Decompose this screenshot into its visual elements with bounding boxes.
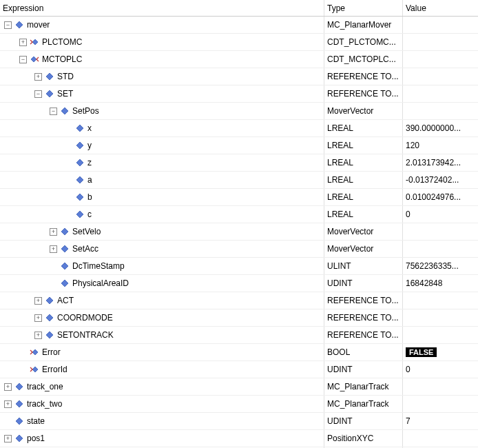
svg-marker-17	[46, 314, 53, 321]
svg-marker-13	[61, 245, 68, 252]
svg-marker-12	[61, 228, 68, 235]
expand-icon[interactable]: +	[4, 435, 12, 442]
table-row[interactable]: −moverMC_PlanarMover	[0, 17, 478, 34]
expression-cell: z	[0, 154, 324, 171]
table-row[interactable]: +STDREFERENCE TO...	[0, 68, 478, 85]
struct-diamond-icon	[14, 434, 24, 443]
svg-marker-11	[76, 211, 83, 218]
io-out-icon	[30, 37, 39, 47]
svg-marker-20	[32, 367, 38, 372]
svg-marker-6	[76, 125, 83, 132]
collapse-icon[interactable]: −	[19, 56, 27, 63]
table-row[interactable]: bLREAL0.010024976...	[0, 189, 478, 206]
type-cell: BOOL	[324, 344, 402, 360]
row-name: b	[87, 192, 92, 202]
header-expression[interactable]: Expression	[0, 0, 324, 16]
expand-icon[interactable]: +	[19, 39, 27, 46]
expression-cell: DcTimeStamp	[0, 258, 324, 274]
expand-icon[interactable]: +	[50, 245, 57, 253]
expression-cell: Error	[0, 344, 324, 360]
expand-icon[interactable]: +	[4, 383, 12, 391]
value-cell	[402, 103, 478, 119]
type-cell: REFERENCE TO...	[324, 309, 402, 326]
expand-icon[interactable]: +	[34, 314, 42, 322]
row-name: mover	[27, 20, 50, 30]
table-row[interactable]: ErrorIdUDINT0	[0, 361, 478, 378]
collapse-icon[interactable]: −	[34, 90, 42, 98]
svg-marker-22	[16, 400, 23, 407]
value-cell: 7562236335...	[402, 258, 478, 274]
table-row[interactable]: stateUDINT7	[0, 413, 478, 430]
table-row[interactable]: aLREAL-0.01372402...	[0, 172, 478, 189]
table-row[interactable]: +track_twoMC_PlanarTrack	[0, 396, 478, 413]
value-cell	[402, 223, 478, 240]
expand-icon[interactable]: +	[34, 332, 42, 339]
table-row[interactable]: −MCTOPLCCDT_MCTOPLC...	[0, 51, 478, 68]
table-row[interactable]: −SetPosMoverVector	[0, 103, 478, 120]
expand-icon[interactable]: +	[34, 297, 42, 305]
expression-cell: x	[0, 120, 324, 136]
expression-cell: −SetPos	[0, 103, 324, 119]
svg-marker-8	[76, 159, 83, 166]
row-name: x	[87, 123, 92, 133]
type-cell: LREAL	[324, 189, 402, 205]
table-row[interactable]: PhysicalAreaIDUDINT16842848	[0, 275, 478, 292]
svg-marker-10	[76, 194, 83, 201]
table-row[interactable]: −SETREFERENCE TO...	[0, 85, 478, 103]
struct-diamond-icon	[14, 20, 24, 30]
type-cell: MoverVector	[324, 223, 402, 240]
table-row[interactable]: DcTimeStampULINT7562236335...	[0, 258, 478, 275]
table-row[interactable]: +SetVeloMoverVector	[0, 223, 478, 241]
type-cell: LREAL	[324, 206, 402, 223]
collapse-icon[interactable]: −	[4, 21, 12, 29]
expression-cell: +track_two	[0, 396, 324, 412]
svg-marker-21	[16, 383, 23, 390]
value-cell	[402, 309, 478, 326]
toggle-spacer	[50, 280, 57, 287]
expand-icon[interactable]: +	[50, 228, 57, 236]
io-in-icon	[30, 54, 39, 64]
table-row[interactable]: +SETONTRACKREFERENCE TO...	[0, 327, 478, 344]
type-cell: UDINT	[324, 413, 402, 429]
table-row[interactable]: ErrorBOOLFALSE	[0, 344, 478, 361]
table-row[interactable]: +ACTREFERENCE TO...	[0, 292, 478, 309]
table-row[interactable]: +COORDMODEREFERENCE TO...	[0, 309, 478, 327]
value-cell	[402, 241, 478, 257]
table-row[interactable]: cLREAL0	[0, 206, 478, 223]
value-cell: -0.01372402...	[402, 172, 478, 188]
io-out-icon	[30, 347, 39, 357]
table-row[interactable]: +SetAccMoverVector	[0, 241, 478, 258]
svg-marker-4	[46, 90, 53, 97]
expand-icon[interactable]: +	[34, 73, 42, 81]
value-cell	[402, 430, 478, 447]
table-row[interactable]: xLREAL390.0000000...	[0, 120, 478, 137]
header-type[interactable]: Type	[324, 0, 402, 16]
header-value[interactable]: Value	[402, 0, 478, 16]
scalar-diamond-icon	[75, 175, 85, 185]
struct-diamond-icon	[14, 416, 24, 426]
table-row[interactable]: +pos1PositionXYC	[0, 430, 478, 447]
struct-diamond-icon	[45, 313, 54, 323]
type-cell: CDT_MCTOPLC...	[324, 51, 402, 68]
type-cell: REFERENCE TO...	[324, 292, 402, 309]
table-row[interactable]: yLREAL120	[0, 137, 478, 154]
table-row[interactable]: zLREAL2.013173942...	[0, 154, 478, 172]
row-name: SetAcc	[72, 244, 98, 254]
table-row[interactable]: +PLCTOMCCDT_PLCTOMC...	[0, 34, 478, 51]
svg-marker-3	[46, 73, 53, 80]
table-row[interactable]: +track_oneMC_PlanarTrack	[0, 378, 478, 396]
svg-marker-24	[16, 435, 23, 442]
scalar-diamond-icon	[75, 158, 85, 167]
value-cell: 0	[402, 206, 478, 223]
row-name: track_two	[27, 399, 62, 409]
row-name: STD	[57, 72, 74, 81]
svg-marker-7	[76, 142, 83, 149]
header-row: Expression Type Value	[0, 0, 478, 17]
expression-cell: +PLCTOMC	[0, 34, 324, 50]
svg-marker-2	[31, 57, 37, 62]
collapse-icon[interactable]: −	[50, 108, 57, 115]
expand-icon[interactable]: +	[4, 400, 12, 408]
value-cell: 7	[402, 413, 478, 429]
svg-marker-23	[16, 418, 23, 425]
svg-marker-1	[32, 39, 38, 45]
